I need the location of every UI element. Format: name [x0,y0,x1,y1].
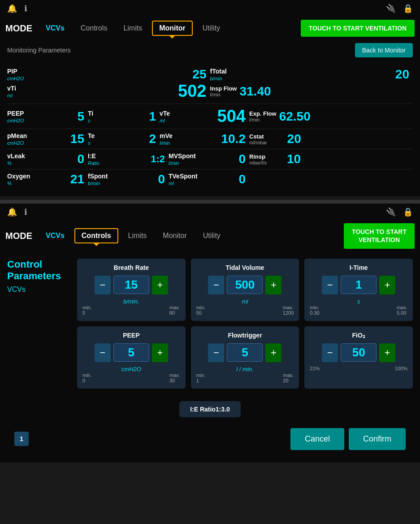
i-time-minus-btn[interactable]: − [322,276,338,294]
param-tvespont: TVeSpont ml [169,173,213,186]
vti-value: 502 [108,82,210,101]
te-unit: s [88,140,133,146]
bottom-right-icons: 🔌 🔒 [386,207,413,217]
fio2-minus-btn[interactable]: − [322,343,338,362]
cstat-value: 20 [270,132,301,146]
tab-limits-top[interactable]: Limits [117,22,148,35]
top-panel: 🔔 ℹ 🔌 🔒 MODE VCVs Controls Limits Monito… [0,0,420,196]
confirm-btn[interactable]: Confirm [349,428,406,450]
tab-vcvs-top[interactable]: VCVs [39,22,71,35]
bottom-action-bar: 1 Cancel Confirm [7,423,413,455]
fio2-plus-btn[interactable]: + [379,343,395,362]
param-peep: PEEP cmH2O [7,110,52,123]
start-ventilation-btn-bottom[interactable]: TOUCH TO STARTVENTILATION [344,223,415,248]
vti-label: vTi [7,85,108,92]
breath-rate-min-label: min.5 [82,305,92,316]
tidal-volume-unit: ml [196,298,294,305]
param-mve: mVe l/min [160,132,204,146]
breath-rate-max-label: max.80 [169,305,180,316]
monitor-row-3: pMean cmH2O 15 Te s 2 mVe l/min 10.2 Cst… [7,129,413,149]
i-time-value: 1 [341,276,377,294]
bell-icon: 🔔 [7,4,17,13]
breath-rate-plus-btn[interactable]: + [152,276,168,294]
flowtrigger-control: Flowtrigger − 5 + l / min. min.1 max.20 [191,326,299,389]
tidal-volume-control: Tidal Volume − 500 + ml min.50 max.1200 [191,259,299,321]
exp-flow-unit: l/min [249,117,277,122]
oxygen-value: 21 [52,172,88,186]
param-ie: I:E Ratio [88,152,133,166]
tidal-volume-min-label: min.50 [196,305,206,316]
param-oxygen: Oxygen % [7,173,52,186]
bottom-status-bar: 🔔 ℹ 🔌 🔒 [0,204,420,221]
i-time-plus-btn[interactable]: + [379,276,395,294]
breath-rate-unit: b/min. [82,298,180,305]
tab-controls-bottom[interactable]: Controls [74,228,118,243]
i-time-unit: s [310,298,407,305]
ie-value: 1:2 [133,153,169,165]
fspont-value: 0 [133,172,169,186]
tidal-volume-title: Tidal Volume [196,264,294,271]
pmean-value: 15 [52,132,88,146]
breath-rate-control: Breath Rate − 15 + b/min. min.5 max.80 [77,259,186,321]
vleak-label: vLeak [7,152,52,160]
vte-label: vTe [160,110,204,117]
breath-rate-minus-btn[interactable]: − [95,276,111,294]
param-vti: vTi ml [7,85,108,98]
tidal-volume-plus-btn[interactable]: + [265,276,281,294]
tab-controls-top[interactable]: Controls [74,22,114,35]
ftotal-label: fTotal [210,68,312,75]
flowtrigger-plus-btn[interactable]: + [265,343,281,362]
plug-icon: 🔌 [386,4,396,13]
start-ventilation-btn-top[interactable]: TOUCH TO START VENTILATION [301,20,415,37]
ie-ratio-row: I:E Ratio1:3.0 [7,401,413,417]
tab-monitor-bottom[interactable]: Monitor [156,229,193,243]
insp-flow-value: 31.40 [239,84,271,99]
param-rinsp: Rinsp mbar/l/s 10 [249,152,413,166]
breath-rate-title: Breath Rate [82,264,180,271]
peep-min-label: min.0 [82,372,92,383]
i-time-max-label: max.5.00 [397,305,407,316]
monitor-row-5: Oxygen % 21 fSpont b/min 0 TVeSpont ml 0 [7,169,413,189]
peep-value: 5 [52,109,88,124]
te-label: Te [88,132,133,139]
ftotal-value: 20 [312,67,413,82]
peep-unit: cmH2O [82,366,180,372]
cancel-btn[interactable]: Cancel [290,428,344,450]
ftotal-unit: b/min [210,76,312,81]
peep-limits: min.0 max.30 [82,372,180,383]
mvspont-unit: l/min [169,160,213,166]
tab-monitor-top[interactable]: Monitor [152,21,193,36]
flowtrigger-max-label: max.20 [283,372,294,383]
left-icons: 🔔 ℹ [7,4,27,13]
ie-ratio-box: I:E Ratio1:3.0 [179,401,241,417]
i-time-title: I-Time [310,264,407,271]
flowtrigger-minus-btn[interactable]: − [208,343,224,362]
mode-label-bottom: MODE [5,231,32,241]
top-status-bar: 🔔 ℹ 🔌 🔒 [0,0,420,17]
peep-control-title: PEEP [82,332,180,339]
i-time-min-label: min.0.30 [310,305,319,316]
bottom-left-icons: 🔔 ℹ [7,207,27,217]
ti-value: 1 [133,109,160,124]
tab-utility-bottom[interactable]: Utility [197,229,227,243]
monitor-row-2: PEEP cmH2O 5 Ti s 1 vTe ml 504 Exp. Flow… [7,104,413,129]
tab-utility-top[interactable]: Utility [196,22,226,35]
tidal-volume-minus-btn[interactable]: − [208,276,224,294]
exp-flow-value: 62.50 [279,109,311,124]
flowtrigger-min-label: min.1 [196,372,206,383]
param-mvspont: MVSpont l/min [169,152,213,166]
back-to-monitor-btn[interactable]: Back to Monitor [355,43,413,57]
tidal-volume-limits: min.50 max.1200 [196,305,294,316]
tab-vcvs-bottom[interactable]: VCVs [39,229,71,243]
param-te: Te s [88,132,133,146]
peep-max-label: max.30 [169,372,180,383]
fspont-unit: b/min [88,181,133,186]
tab-limits-bottom[interactable]: Limits [122,229,153,243]
tidal-volume-max-label: max.1200 [283,305,294,316]
peep-plus-btn[interactable]: + [152,343,168,362]
peep-minus-btn[interactable]: − [95,343,111,362]
rinsp-unit: mbar/l/s [249,160,267,165]
vti-unit: ml [7,93,108,98]
ie-ratio-value: 1:3.0 [216,406,230,413]
monitoring-header: Monitoring Parameters Back to Monitor [0,39,420,61]
